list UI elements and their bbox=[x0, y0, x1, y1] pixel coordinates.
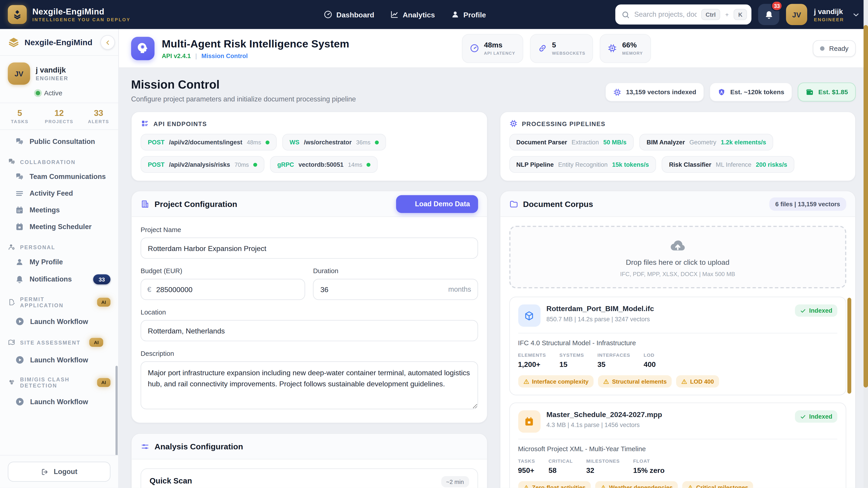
building-icon bbox=[141, 199, 149, 208]
bell-icon bbox=[764, 10, 774, 19]
nav-item-dashboard[interactable]: Dashboard bbox=[323, 10, 374, 19]
project-name-input[interactable] bbox=[141, 237, 478, 259]
ai-badge: AI bbox=[97, 298, 110, 306]
sidebar-collapse-button[interactable] bbox=[100, 35, 115, 50]
endpoint-latency: 70ms bbox=[235, 161, 249, 168]
breadcrumb[interactable]: Mission Control bbox=[202, 52, 248, 59]
endpoint-chip: WS /ws/orchestrator 36ms bbox=[282, 134, 386, 151]
sidebar-item-launch-workflow-permit[interactable]: Launch Workflow bbox=[0, 311, 118, 330]
sidebar-scrollbar-thumb[interactable] bbox=[116, 366, 118, 455]
sidebar-item-launch-workflow-site[interactable]: Launch Workflow bbox=[0, 350, 118, 368]
file-dropzone[interactable]: Drop files here or click to upload IFC, … bbox=[509, 226, 846, 288]
app-root: Nexgile-EngiMind INTELLIGENCE YOU CAN DE… bbox=[0, 0, 868, 488]
page-scrollbar-thumb[interactable] bbox=[864, 25, 868, 387]
cpu-icon bbox=[608, 43, 617, 53]
notifications-button[interactable]: 33 bbox=[758, 4, 779, 25]
warning-chip: Weather dependencies bbox=[595, 481, 678, 488]
file-stat-value: 32 bbox=[586, 466, 620, 475]
shield-person-icon bbox=[717, 88, 726, 96]
section-title: Mission Control bbox=[131, 78, 356, 92]
warning-icon bbox=[523, 378, 529, 384]
cost-estimate-badge[interactable]: Est. $1.85 bbox=[798, 83, 856, 101]
analysis-option-quick-scan[interactable]: Quick Scan ~2 min Single-pass analysis w… bbox=[141, 468, 478, 488]
description-label: Description bbox=[141, 350, 478, 357]
file-card-master-schedule[interactable]: Master_Schedule_2024-2027.mpp 4.3 MB | 4… bbox=[509, 402, 846, 488]
warning-icon bbox=[523, 484, 529, 488]
sidebar-item-label: Notifications bbox=[30, 275, 72, 283]
cubes-icon bbox=[8, 379, 16, 387]
file-description: IFC 4.0 Structural Model - Infrastructur… bbox=[518, 339, 837, 347]
global-search[interactable]: Ctrl + K bbox=[615, 4, 751, 25]
sidebar-item-my-profile[interactable]: My Profile bbox=[0, 254, 118, 270]
health-dot bbox=[367, 162, 371, 166]
health-dot bbox=[253, 162, 257, 166]
load-demo-data-button[interactable]: Load Demo Data bbox=[396, 195, 478, 213]
file-type-icon-chip bbox=[518, 410, 540, 433]
sidebar-item-activity-feed[interactable]: Activity Feed bbox=[0, 185, 118, 202]
avatar: JV bbox=[8, 62, 30, 85]
pipeline-chip: Document Parser Extraction 50 MB/s bbox=[509, 134, 634, 151]
map-pin-icon bbox=[8, 338, 16, 346]
stat-label: ALERTS bbox=[79, 119, 118, 124]
file-list-scrollbar-thumb[interactable] bbox=[847, 298, 851, 394]
mission-badges: 13,159 vectors indexed Est. ~120k tokens… bbox=[605, 83, 856, 101]
sidebar-item-meeting-scheduler[interactable]: Meeting Scheduler bbox=[0, 219, 118, 235]
endpoint-chip: POST /api/v2/documents/ingest 48ms bbox=[141, 134, 277, 151]
chevron-down-icon[interactable] bbox=[852, 10, 860, 19]
sidebar-item-launch-workflow-bim[interactable]: Launch Workflow bbox=[0, 391, 118, 410]
stat-projects: 12 PROJECTS bbox=[39, 108, 79, 125]
sidebar-item-notifications[interactable]: Notifications 33 bbox=[0, 270, 118, 288]
indexed-label: Indexed bbox=[809, 413, 832, 420]
play-circle-icon bbox=[15, 317, 25, 326]
duration-suffix: months bbox=[448, 286, 471, 293]
sidebar-menu: Public Consultation COLLABORATION Team C… bbox=[0, 130, 118, 455]
check-icon bbox=[800, 414, 806, 420]
nav-item-analytics[interactable]: Analytics bbox=[390, 10, 435, 19]
section-site-assessment: SITE ASSESSMENT AI bbox=[0, 330, 118, 350]
duration-label: Duration bbox=[313, 267, 478, 275]
navbar-right-cluster: Ctrl + K 33 JV j vandijk ENGINEER bbox=[615, 4, 860, 25]
sidebar-item-public-consultation[interactable]: Public Consultation bbox=[0, 133, 118, 150]
api-version: API v2.4.1 bbox=[162, 52, 191, 59]
warning-label: Critical milestones bbox=[696, 484, 748, 488]
warning-icon bbox=[603, 378, 609, 384]
budget-input[interactable] bbox=[141, 279, 305, 300]
nav-item-profile[interactable]: Profile bbox=[451, 10, 486, 19]
sidebar-item-team-communications[interactable]: Team Communications bbox=[0, 168, 118, 185]
logout-label: Logout bbox=[54, 468, 78, 476]
sidebar-item-label: Meeting Scheduler bbox=[30, 223, 92, 231]
brand-name: Nexgile-EngiMind bbox=[32, 7, 130, 16]
stat-label: PROJECTS bbox=[39, 119, 79, 124]
file-stat-label: ELEMENTS bbox=[518, 352, 546, 358]
file-stat-label: MILESTONES bbox=[586, 458, 620, 464]
user-avatar[interactable]: JV bbox=[786, 4, 807, 25]
dropzone-title: Drop files here or click to upload bbox=[626, 258, 730, 266]
warning-icon bbox=[681, 378, 687, 384]
logout-button[interactable]: Logout bbox=[8, 462, 111, 482]
dropzone-formats: IFC, PDF, MPP, XLSX, DOCX | Max 500 MB bbox=[620, 270, 735, 277]
brand-tagline: INTELLIGENCE YOU CAN DEPLOY bbox=[32, 18, 130, 22]
description-textarea[interactable]: Major port infrastructure expansion incl… bbox=[141, 361, 478, 409]
page-header: Multi-Agent Risk Intelligence System API… bbox=[119, 29, 868, 68]
endpoint-path: vectordb:50051 bbox=[298, 161, 343, 168]
warning-chip: LOD 400 bbox=[676, 375, 719, 387]
file-stat-value: 15% zero bbox=[633, 466, 664, 475]
sidebar-brand: Nexgile-EngiMind bbox=[0, 29, 118, 56]
stat-value: 33 bbox=[79, 108, 118, 118]
card-title: Analysis Configuration bbox=[155, 442, 243, 451]
processing-pipelines-panel: PROCESSING PIPELINES Document Parser Ext… bbox=[500, 111, 856, 181]
search-input[interactable] bbox=[634, 11, 697, 19]
page-scrollbar bbox=[864, 0, 868, 488]
indexed-badge: Indexed bbox=[795, 410, 837, 422]
location-input[interactable] bbox=[141, 320, 478, 341]
link-icon bbox=[537, 43, 547, 53]
file-card-bim-model[interactable]: Rotterdam_Port_BIM_Model.ifc 850.7 MB | … bbox=[509, 297, 846, 395]
panel-title: PROCESSING PIPELINES bbox=[522, 120, 606, 127]
user-status: Active bbox=[36, 89, 111, 97]
button-label: Load Demo Data bbox=[415, 200, 470, 208]
right-column: Document Corpus 6 files | 13,159 vectors… bbox=[500, 191, 856, 488]
chat-bubbles-icon bbox=[15, 137, 24, 146]
sidebar-item-meetings[interactable]: Meetings bbox=[0, 202, 118, 219]
pipeline-name: Risk Classifier bbox=[669, 161, 711, 168]
folder-icon bbox=[509, 199, 518, 208]
